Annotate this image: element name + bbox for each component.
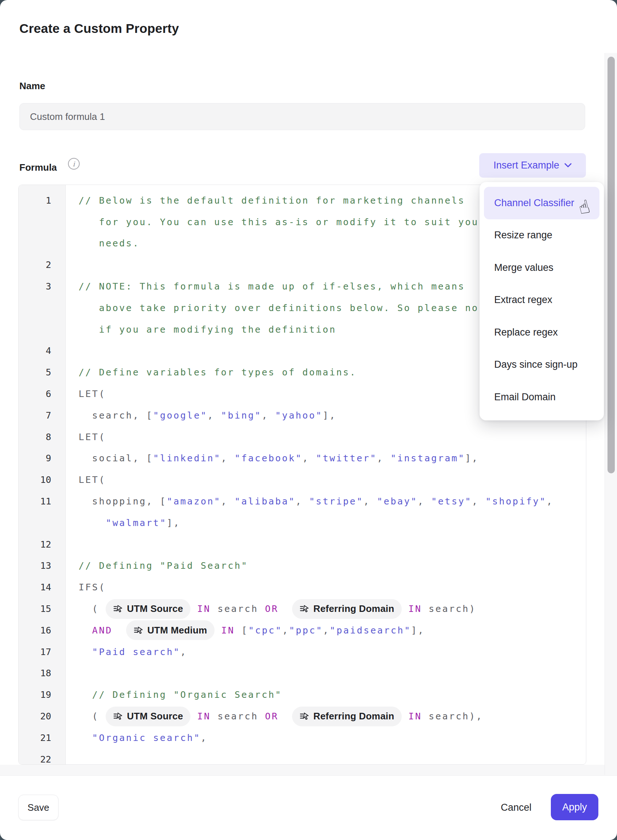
code-token: IN [197, 711, 211, 722]
scrollbar-thumb[interactable] [608, 57, 615, 473]
line-number: 2 [19, 260, 65, 270]
code-token: // Define variables for types of domains… [78, 367, 357, 378]
code-token: "ebay" [377, 496, 418, 506]
line-number: 12 [19, 539, 65, 550]
code-line: 19 // Defining "Organic Search" [19, 684, 586, 706]
code-token: ], [323, 410, 336, 421]
code-token: // Defining "Paid Search" [78, 560, 248, 571]
code-line: "walmart"], [19, 512, 586, 534]
code-token: IN [408, 604, 422, 614]
code-token: "instagram" [390, 453, 465, 464]
code-token: "shopify" [486, 496, 546, 506]
code-token: "paidsearch" [330, 625, 411, 636]
property-icon [113, 712, 123, 721]
code-token: "facebook" [235, 453, 303, 464]
code-token [78, 647, 92, 657]
property-icon [300, 712, 309, 721]
code-text: // Defining "Organic Search" [65, 689, 586, 700]
code-token: "amazon" [167, 496, 221, 506]
code-token [78, 625, 92, 636]
line-number: 3 [19, 281, 65, 292]
modal-scrollbar[interactable] [605, 53, 617, 775]
code-token: , [221, 453, 235, 464]
code-text: AND UTM Medium IN ["cpc","ppc","paidsear… [65, 620, 586, 640]
property-chip-label: UTM Medium [147, 625, 207, 636]
property-chip-label: Referring Domain [313, 711, 394, 722]
code-text: "Paid search", [65, 647, 586, 657]
line-number: 8 [19, 432, 65, 442]
code-text: "Organic search", [65, 732, 586, 743]
code-token: , [208, 410, 221, 421]
code-token: IN [221, 625, 235, 636]
code-token: search, [ [78, 410, 153, 421]
code-line: 20 ( UTM Source IN search OR Referring D… [19, 706, 586, 727]
line-number: 1 [19, 195, 65, 206]
code-text: "walmart"], [65, 518, 586, 528]
code-token: search) [422, 604, 476, 614]
code-token: , [282, 625, 289, 636]
code-token: if you are modifying the definition [78, 324, 336, 335]
apply-button[interactable]: Apply [551, 794, 598, 820]
code-token: LET( [78, 388, 106, 399]
code-token: "cpc" [248, 625, 282, 636]
code-token [214, 625, 221, 636]
line-number: 17 [19, 647, 65, 657]
menu-item-replace-regex[interactable]: Replace regex [484, 316, 599, 349]
code-token [402, 604, 409, 614]
code-token: search [211, 711, 265, 722]
create-custom-property-dialog: Create a Custom Property Name Formula i … [0, 0, 617, 840]
property-chip-referring-domain[interactable]: Referring Domain [292, 599, 401, 619]
property-chip-utm-source[interactable]: UTM Source [106, 599, 190, 619]
menu-item-days-since-sign-up[interactable]: Days since sign-up [484, 349, 599, 381]
menu-item-email-domain[interactable]: Email Domain [484, 381, 599, 413]
property-chip-label: UTM Source [127, 711, 183, 722]
code-line: 8LET( [19, 426, 586, 448]
code-token: ], [411, 625, 425, 636]
code-token: ], [167, 518, 180, 528]
code-token: IN [408, 711, 422, 722]
line-number: 6 [19, 388, 65, 399]
code-token [279, 604, 292, 614]
code-token: "yahoo" [275, 410, 323, 421]
code-token: // Below is the default definition for m… [78, 195, 465, 206]
code-token [279, 711, 292, 722]
menu-item-extract-regex[interactable]: Extract regex [484, 284, 599, 317]
code-token: OR [265, 604, 279, 614]
code-line: 22 [19, 748, 586, 765]
code-token: , [418, 496, 431, 506]
code-token [78, 732, 92, 743]
line-number: 20 [19, 711, 65, 722]
info-icon[interactable]: i [68, 158, 80, 170]
code-line: 21 "Organic search", [19, 727, 586, 748]
code-text: shopping, ["amazon", "alibaba", "stripe"… [65, 496, 586, 506]
property-icon [300, 604, 309, 614]
code-text: LET( [65, 432, 586, 442]
save-button[interactable]: Save [18, 795, 59, 820]
name-input[interactable] [19, 103, 585, 130]
property-chip-utm-source[interactable]: UTM Source [106, 707, 190, 726]
menu-item-resize-range[interactable]: Resize range [484, 219, 599, 252]
code-token: social, [ [78, 453, 153, 464]
line-number: 9 [19, 453, 65, 464]
property-icon [113, 604, 123, 614]
code-token: , [262, 410, 275, 421]
code-text: IFS( [65, 582, 586, 592]
formula-label: Formula [19, 162, 57, 173]
code-token [190, 711, 197, 722]
code-token: , [546, 496, 554, 506]
property-chip-referring-domain[interactable]: Referring Domain [292, 707, 401, 726]
code-token: "Organic search" [92, 732, 201, 743]
code-line: 15 ( UTM Source IN search OR Referring D… [19, 598, 586, 620]
code-token: "twitter" [316, 453, 377, 464]
code-line: 17 "Paid search", [19, 641, 586, 663]
cancel-button[interactable]: Cancel [494, 795, 538, 820]
code-token: "etsy" [431, 496, 472, 506]
code-token: // NOTE: This formula is made up of if-e… [78, 281, 465, 292]
code-token: , [472, 496, 486, 506]
insert-example-button[interactable]: Insert Example [479, 153, 586, 178]
line-number: 22 [19, 754, 65, 765]
code-token: LET( [78, 432, 106, 442]
menu-item-merge-values[interactable]: Merge values [484, 251, 599, 284]
property-chip-utm-medium[interactable]: UTM Medium [126, 620, 214, 640]
code-token [402, 711, 409, 722]
